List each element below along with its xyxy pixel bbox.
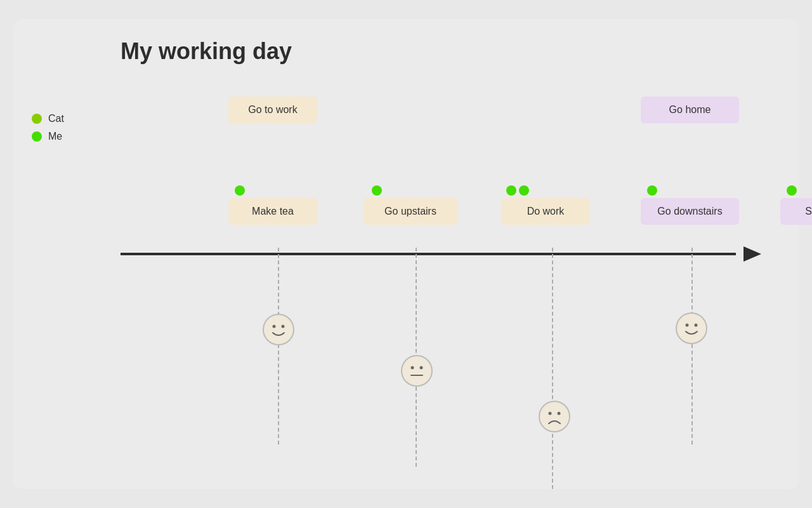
svg-point-4: [411, 366, 414, 370]
me-dot: [32, 131, 42, 142]
event-make-tea[interactable]: Make tea: [228, 198, 317, 225]
legend-item-cat: Cat: [32, 113, 64, 124]
svg-point-3: [402, 356, 432, 386]
dot-sit-down: [787, 185, 797, 196]
page-title: My working day: [121, 38, 774, 65]
svg-point-12: [695, 324, 698, 327]
svg-point-0: [263, 314, 294, 345]
legend: Cat Me: [32, 113, 64, 142]
dot-go-upstairs: [372, 185, 382, 196]
emotion-face-3: [674, 311, 709, 348]
svg-point-2: [282, 325, 285, 328]
svg-point-8: [549, 412, 552, 415]
main-container: Cat Me My working day Go to work Make te…: [13, 19, 799, 489]
svg-point-11: [686, 324, 689, 327]
timeline-arrow: [743, 246, 761, 262]
event-go-home[interactable]: Go home: [641, 97, 739, 123]
emotion-face-0: [261, 312, 296, 349]
cat-dot: [32, 114, 42, 124]
dots-do-work: [506, 185, 529, 196]
event-go-downstairs[interactable]: Go downstairs: [641, 198, 739, 225]
event-go-upstairs[interactable]: Go upstairs: [363, 198, 457, 225]
event-sit-down[interactable]: Sit down: [780, 198, 812, 225]
svg-point-7: [539, 401, 570, 432]
dot-go-downstairs: [647, 185, 657, 196]
emotion-face-1: [400, 354, 434, 391]
me-label: Me: [48, 131, 62, 142]
emotion-face-2: [537, 399, 572, 436]
dashed-line-2: [552, 248, 553, 489]
event-do-work[interactable]: Do work: [501, 198, 590, 225]
event-go-to-work[interactable]: Go to work: [228, 97, 317, 123]
svg-point-5: [420, 366, 423, 370]
timeline-line: [121, 253, 736, 255]
svg-point-1: [273, 325, 276, 328]
dot-make-tea: [235, 185, 245, 196]
cat-label: Cat: [48, 113, 64, 124]
svg-point-10: [676, 313, 707, 344]
legend-item-me: Me: [32, 131, 64, 142]
timeline: [121, 248, 761, 260]
svg-point-9: [558, 412, 561, 415]
diagram-area: Go to work Make tea Go upstairs: [121, 84, 761, 465]
